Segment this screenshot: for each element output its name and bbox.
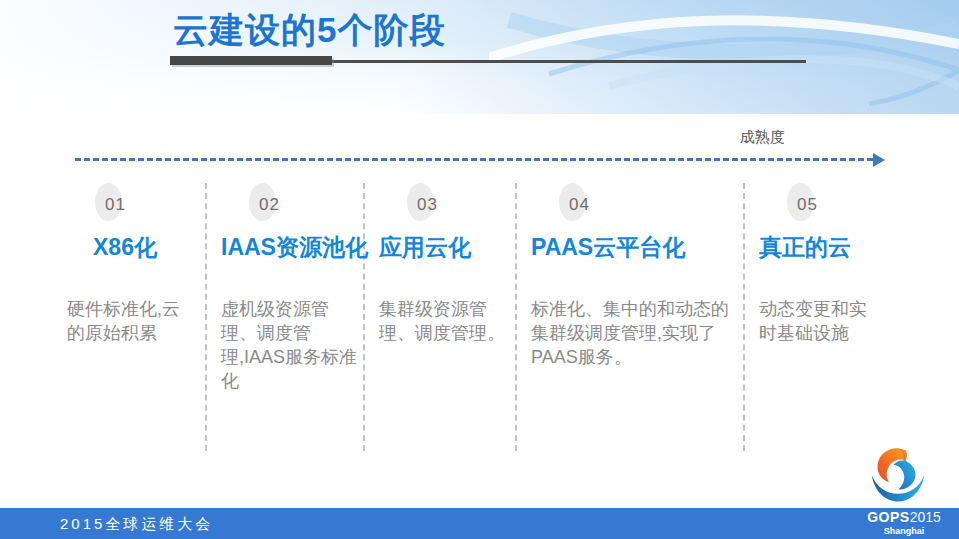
stage-heading: 真正的云 xyxy=(759,232,905,263)
swoosh-decoration xyxy=(489,0,959,110)
stage-column-2: 02 IAAS资源池化 虚机级资源管理、调度管理,IAAS服务标准化 xyxy=(207,183,365,451)
stage-number: 01 xyxy=(105,195,126,215)
stage-heading: IAAS资源池化 xyxy=(221,232,363,263)
stage-number: 04 xyxy=(569,195,590,215)
stage-column-3: 03 应用云化 集群级资源管理、调度管理。 xyxy=(365,183,517,451)
gops-logo-name: GOPS xyxy=(867,509,909,525)
stage-number: 05 xyxy=(797,195,818,215)
stage-column-1: 01 X86化 硬件标准化,云的原始积累 xyxy=(65,183,207,451)
conference-name: 2015全球运维大会 xyxy=(60,515,213,534)
stage-columns: 01 X86化 硬件标准化,云的原始积累 02 IAAS资源池化 虚机级资源管理… xyxy=(65,183,905,451)
stage-number-badge: 05 xyxy=(759,183,905,229)
stage-description: 集群级资源管理、调度管理。 xyxy=(379,297,515,345)
stage-column-5: 05 真正的云 动态变更和实时基础设施 xyxy=(745,183,905,451)
stage-description: 标准化、集中的和动态的集群级调度管理,实现了PAAS服务。 xyxy=(531,297,736,369)
stage-number-badge: 04 xyxy=(531,183,743,229)
stage-description: 动态变更和实时基础设施 xyxy=(759,297,881,345)
arrow-head-icon xyxy=(873,153,885,167)
gops-logo-caption: GOPS2015 Shanghai xyxy=(854,510,954,538)
presentation-slide: 云建设的5个阶段 成熟度 01 X86化 硬件标准化,云的原始积累 02 IAA… xyxy=(0,0,959,539)
title-underline-thick xyxy=(170,56,332,65)
stage-description: 硬件标准化,云的原始积累 xyxy=(67,297,189,345)
gops-logo-city: Shanghai xyxy=(854,525,954,538)
maturity-axis-arrow xyxy=(75,158,873,161)
stage-column-4: 04 PAAS云平台化 标准化、集中的和动态的集群级调度管理,实现了PAAS服务… xyxy=(517,183,745,451)
maturity-axis-label: 成熟度 xyxy=(740,128,785,147)
stage-heading: 应用云化 xyxy=(379,232,515,263)
top-banner-background xyxy=(0,0,959,114)
stage-number-badge: 03 xyxy=(379,183,515,229)
gops-logo-year: 2015 xyxy=(910,509,941,525)
stage-number: 02 xyxy=(259,195,280,215)
stage-number-badge: 02 xyxy=(221,183,363,229)
stage-heading: X86化 xyxy=(93,232,205,263)
stage-description: 虚机级资源管理、调度管理,IAAS服务标准化 xyxy=(221,297,363,393)
page-title: 云建设的5个阶段 xyxy=(173,7,445,54)
stage-heading: PAAS云平台化 xyxy=(531,232,743,263)
stage-number-badge: 01 xyxy=(67,183,205,229)
footer-bar: 2015全球运维大会 xyxy=(0,508,959,539)
gops-swirl-logo-icon xyxy=(866,442,930,506)
stage-number: 03 xyxy=(417,195,438,215)
